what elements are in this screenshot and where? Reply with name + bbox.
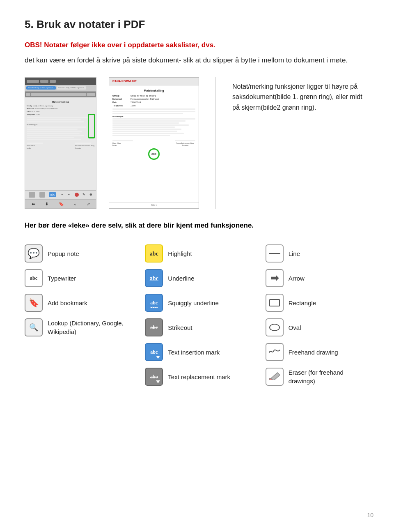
typewriter-label: Typewriter [48,274,76,283]
pdf-header: RANA KOMMUNE [109,78,199,86]
oval-icon [266,318,284,336]
highlight-icon: abc [145,244,163,263]
squiggly-label: Squiggly underline [168,299,218,307]
oval-label: Oval [289,323,301,332]
strikeout-text: abc [150,324,158,331]
content-row: Sakslifte Utvalg for Hels og Omsor... Pr… [25,77,369,209]
eraser-glyph [268,370,281,383]
features-col3: Line ➡ Arrow Rectangle Oval [266,242,369,388]
features-section: 💬 Popup note abc Typewriter 🔖 Add bookma… [25,242,369,388]
features-col2: abc Highlight abc Underline abc Squiggly… [145,242,249,388]
add-bookmark-label: Add bookmark [48,299,87,307]
feature-text-replacement: abo Text replacement mark [145,365,249,388]
text-insertion-label: Text insertion mark [168,348,220,357]
arrow-label: Arrow [289,274,305,283]
section-divider [215,77,216,209]
feature-typewriter: abc Typewriter [25,267,128,290]
pdf-footer: Side 1 [109,202,199,208]
arrow-glyph: ➡ [270,271,279,286]
page-number: 10 [367,511,373,520]
feature-highlight: abc Highlight [145,242,249,265]
popup-note-label: Popup note [48,249,79,258]
oval-shape [269,324,280,331]
svg-marker-0 [271,373,280,380]
line-label: Line [289,249,300,258]
lookup-glyph: 🔍 [29,322,38,333]
rectangle-label: Rectangle [289,299,316,307]
feature-text-insertion: abc Text insertion mark [145,341,249,364]
freehand-glyph [268,347,281,357]
text-ins-text: abc [150,348,158,356]
feature-eraser: Eraser (for freehand drawings) [266,365,369,388]
line-shape [269,253,280,254]
feature-oval: Oval [266,316,369,339]
lookup-label: Lookup (Dictionary, Google, Wikipedia) [48,319,128,336]
popup-bubble-icon: 💬 [27,246,40,261]
bookmark-glyph: 🔖 [29,297,39,309]
text-repl-text: abo [150,373,158,380]
screenshot-left-content: Møteinnkalling Utvalg: Utvalg for helse-… [25,97,96,190]
text-replacement-label: Text replacement mark [168,373,230,381]
topbar-left [25,78,96,85]
text-ins-caret-icon [156,356,160,359]
annotation-text: Notat/merking funksjoner ligger til høyr… [232,77,369,113]
page-heading: 5. Bruk av notater i PDF [25,16,369,32]
features-col1: 💬 Popup note abc Typewriter 🔖 Add bookma… [25,242,128,388]
feature-add-bookmark: 🔖 Add bookmark [25,291,128,314]
pdf-body: Møteinnkalling Utvalg:Utvalg for helse- … [109,85,199,202]
add-bookmark-icon: 🔖 [25,294,43,312]
underline-label: Underline [168,274,194,283]
feature-popup-note: 💬 Popup note [25,242,128,265]
line-icon [266,244,284,263]
feature-freehand: Freehand drawing [266,341,369,364]
rect-shape [269,299,280,306]
strikeout-label: Strikeout [168,323,192,332]
eraser-label: Eraser (for freehand drawings) [289,368,369,385]
popup-note-icon: 💬 [25,244,43,263]
feature-arrow: ➡ Arrow [266,267,369,290]
strikeout-icon: abc [145,318,163,336]
feature-line: Line [266,242,369,265]
feature-rectangle: Rectangle [266,291,369,314]
feature-strikeout: abc Strikeout [145,316,249,339]
screenshot-right: RANA KOMMUNE Møteinnkalling Utvalg:Utval… [109,77,199,209]
rectangle-icon [266,294,284,312]
arrow-icon: ➡ [266,269,284,287]
feature-squiggly: abc Squiggly underline [145,291,249,314]
squiggly-icon: abc [145,294,163,312]
underline-icon: abc [145,269,163,287]
freehand-label: Freehand drawing [289,348,338,357]
text-insertion-icon: abc [145,343,163,361]
feature-underline: abc Underline [145,267,249,290]
intro-text: det kan være en fordel å skrive på siste… [25,55,369,66]
obs-line: OBS! Notater følger ikke over i oppdater… [25,40,369,51]
typewriter-icon: abc [25,269,43,287]
highlight-label: Highlight [168,249,192,258]
text-replacement-icon: abo [145,368,163,386]
pdf-logo: RANA KOMMUNE [112,79,137,84]
feature-lookup: 🔍 Lookup (Dictionary, Google, Wikipedia) [25,316,128,339]
eraser-icon [266,368,284,386]
freehand-icon [266,343,284,361]
screenshot-left: Sakslifte Utvalg for Hels og Omsor... Pr… [25,77,96,209]
green-ring-left [88,114,95,138]
play-section-text: Her bør dere «leke» dere selv, slik at d… [25,220,369,231]
lookup-icon: 🔍 [25,318,43,336]
text-repl-caret-icon [156,380,160,383]
squiggly-text: abc [150,299,158,306]
